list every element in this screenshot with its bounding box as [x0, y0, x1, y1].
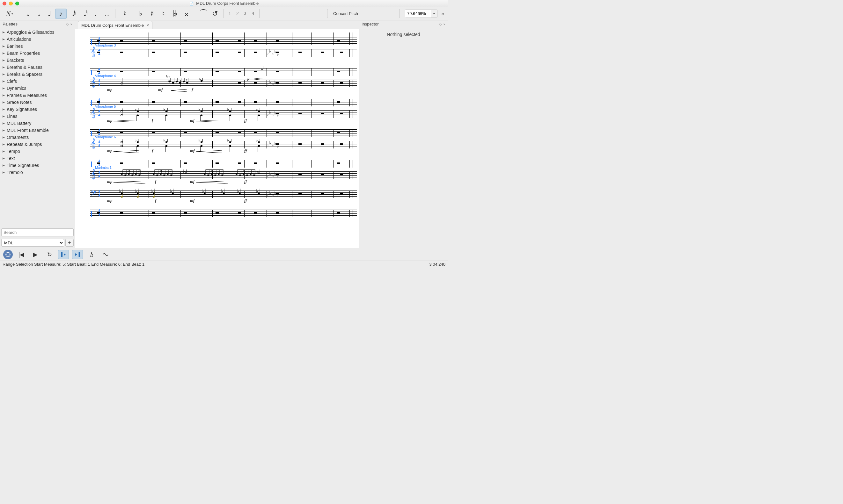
palette-item[interactable]: ▶MDL Front Ensemble	[1, 127, 74, 134]
close-icon[interactable]: ×	[443, 22, 445, 26]
staff[interactable]: ||44	[75, 36, 359, 47]
palette-item[interactable]: ▶Key Signatures	[1, 106, 74, 113]
whole-note-button[interactable]: 𝅝	[21, 8, 32, 19]
svg-point-2	[121, 83, 123, 85]
palette-search-input[interactable]	[1, 229, 74, 236]
palette-item[interactable]: ▶Time Signatures	[1, 162, 74, 169]
tie-button[interactable]: ⁀	[198, 8, 209, 19]
undock-icon[interactable]: ◇	[439, 22, 442, 26]
palette-item[interactable]: ▶Arpeggios & Glissandos	[1, 29, 74, 36]
add-palette-button[interactable]: +	[65, 239, 74, 247]
loop-in-button[interactable]	[58, 250, 69, 259]
rewind-button[interactable]: |◀	[16, 250, 27, 259]
palette-item[interactable]: ▶Brackets	[1, 57, 74, 64]
palette-item[interactable]: ▶Dynamics	[1, 85, 74, 92]
staff[interactable]: ||44	[75, 158, 359, 169]
close-icon[interactable]: ×	[146, 23, 149, 28]
staff[interactable]: 𝄞44Vibraphone 3♭♭♭♭♭	[75, 47, 359, 66]
play-button[interactable]: ▶	[30, 250, 41, 259]
score-canvas[interactable]: ||44𝄞44Vibraphone 3♭♭♭♭♭||44p𝄞44Vibrapho…	[75, 29, 359, 248]
sharp-button[interactable]: ♯	[146, 8, 158, 19]
svg-point-32	[165, 111, 168, 112]
chevron-right-icon: ▶	[3, 129, 5, 132]
svg-point-74	[200, 145, 203, 147]
staff[interactable]: ||44p	[75, 66, 359, 77]
thirtysecond-note-button[interactable]: 𝅘𝅥𝅰	[78, 8, 90, 19]
tab-active-document[interactable]: MDL Drum Corps Front Ensemble ×	[78, 21, 153, 29]
metronome-button[interactable]	[86, 250, 97, 259]
svg-text:♭: ♭	[170, 169, 172, 172]
palette-item[interactable]: ▶Barlines	[1, 43, 74, 50]
note-input-button[interactable]: N ▾	[4, 8, 15, 19]
palette-item[interactable]: ▶Beam Properties	[1, 50, 74, 57]
staff[interactable]: 𝄞44Marimba 1mpfmfff♭♭♭♭♭♭♭♭♭♭♭♭♭♭♭	[75, 169, 359, 188]
close-icon[interactable]: ×	[70, 22, 72, 26]
svg-text:>: >	[258, 108, 261, 109]
palette-item-label: Tempo	[7, 149, 20, 154]
staff[interactable]: 𝄢44mpfmfff♭♭♭♭♭♭♭♭♭♭♭♭♭	[75, 188, 359, 207]
voice-1-button[interactable]: 1	[226, 8, 234, 19]
staff[interactable]: 𝄞44Vibraphone 5mpfmfff♭♭♭♭♭♭>♭>♭>♭>♭>	[75, 108, 359, 127]
palette-item[interactable]: ▶MDL Battery	[1, 120, 74, 127]
palette-item[interactable]: ▶Ornaments	[1, 134, 74, 141]
staff[interactable]: ||44	[75, 97, 359, 108]
double-sharp-button[interactable]: 𝄪	[181, 8, 192, 19]
dot-button[interactable]: .	[90, 8, 101, 19]
zoom-combo[interactable]: ▾	[405, 10, 437, 18]
svg-point-46	[229, 115, 231, 116]
chevron-down-icon[interactable]: ▾	[431, 10, 437, 18]
palette-item[interactable]: ▶Lines	[1, 113, 74, 120]
palette-workspace-select[interactable]: MDL	[1, 239, 64, 247]
flat-button[interactable]: ♭	[135, 8, 146, 19]
status-position-text: 3:04:240	[429, 262, 445, 267]
zoom-input[interactable]	[405, 10, 431, 18]
palette-item[interactable]: ▶Breaths & Pauses	[1, 64, 74, 71]
double-dot-button[interactable]: ‥	[101, 8, 112, 19]
svg-point-140	[253, 175, 255, 176]
palette-list[interactable]: ▶Arpeggios & Glissandos▶Articulations▶Ba…	[0, 28, 75, 227]
svg-point-186	[6, 252, 10, 257]
svg-rect-193	[63, 252, 63, 257]
svg-text:>: >	[201, 108, 203, 109]
palette-item[interactable]: ▶Breaks & Spacers	[1, 71, 74, 78]
staff[interactable]: 𝄞44Vibraphone 4G♭mpmff♭♭♭♭♭♭♭♭	[75, 78, 359, 96]
voice-3-button[interactable]: 3	[241, 8, 249, 19]
palette-item[interactable]: ▶Text	[1, 155, 74, 162]
midi-toggle-button[interactable]	[3, 250, 13, 259]
natural-button[interactable]: ♮	[158, 8, 169, 19]
undock-icon[interactable]: ◇	[66, 22, 69, 26]
palette-item[interactable]: ▶Repeats & Jumps	[1, 141, 74, 148]
loop-button[interactable]: ↻	[44, 250, 55, 259]
half-note-button[interactable]: 𝅗𝅥	[32, 8, 44, 19]
rest-button[interactable]: 𝄽	[118, 8, 129, 19]
voice-4-button[interactable]: 4	[249, 8, 257, 19]
count-in-button[interactable]	[100, 250, 111, 259]
svg-text:♭: ♭	[135, 188, 137, 193]
staff[interactable]: 𝄞44Vibraphone 6mpfmfff♭♭♭♭♭♭>♭>♭>♭>♭>	[75, 139, 359, 157]
chevron-right-icon: ▶	[3, 101, 5, 104]
loop-out-button[interactable]	[72, 250, 83, 259]
double-flat-button[interactable]: 𝄫	[169, 8, 181, 19]
staff[interactable]: ||44	[75, 208, 359, 219]
palette-item[interactable]: ▶Tempo	[1, 148, 74, 155]
palette-item[interactable]: ▶Clefs	[1, 78, 74, 85]
svg-point-191	[9, 254, 10, 255]
palette-item-label: Repeats & Jumps	[7, 142, 42, 147]
quarter-note-button[interactable]: ♩	[44, 8, 55, 19]
palette-item[interactable]: ▶Tremolo	[1, 169, 74, 176]
svg-point-187	[7, 255, 7, 255]
staff[interactable]: ||44	[75, 127, 359, 138]
palette-item[interactable]: ▶Articulations	[1, 36, 74, 43]
voice-2-button[interactable]: 2	[234, 8, 241, 19]
palette-item[interactable]: ▶Grace Notes	[1, 99, 74, 106]
svg-point-52	[258, 115, 260, 116]
toolbar-overflow-button[interactable]: »	[440, 10, 445, 18]
svg-text:>: >	[166, 108, 168, 109]
concert-pitch-button[interactable]: Concert Pitch	[327, 9, 400, 18]
sixteenth-note-button[interactable]: 𝅘𝅥𝅯	[67, 8, 78, 19]
flip-button[interactable]: ↺	[209, 8, 221, 19]
svg-rect-194	[78, 252, 78, 257]
eighth-note-button[interactable]: ♪	[55, 8, 67, 19]
palette-item[interactable]: ▶Frames & Measures	[1, 92, 74, 99]
svg-text:♭: ♭	[199, 78, 201, 81]
